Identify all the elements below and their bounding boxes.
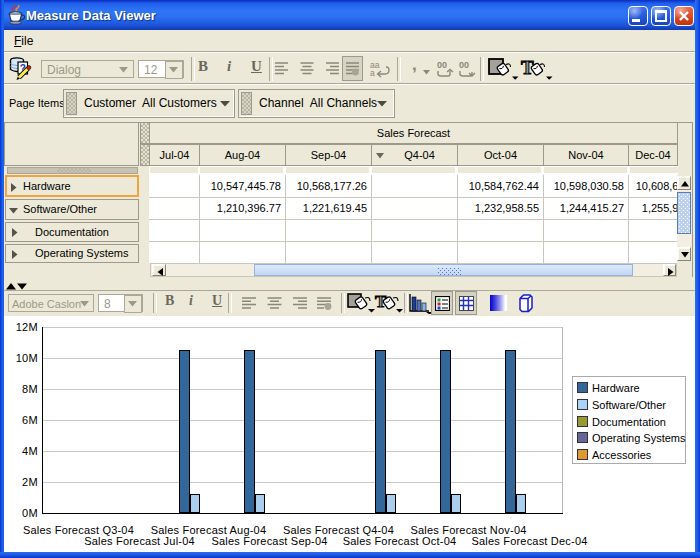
svg-text:a: a (370, 68, 375, 78)
svg-text:00: 00 (459, 60, 469, 70)
svg-text:00: 00 (437, 60, 447, 70)
